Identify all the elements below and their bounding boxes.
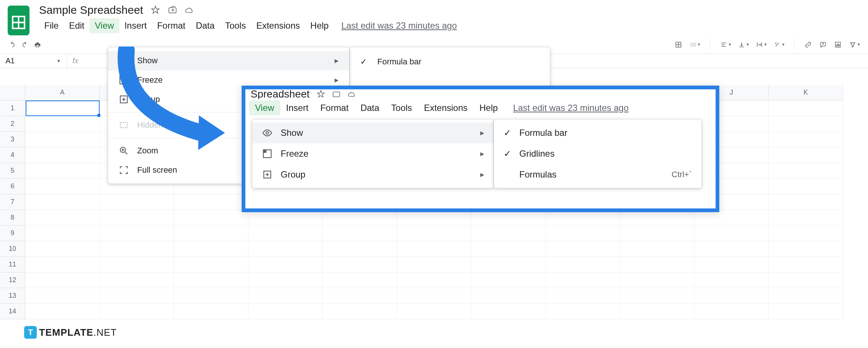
cell[interactable] — [100, 210, 174, 226]
cell[interactable] — [397, 304, 471, 319]
document-title[interactable]: Sample Spreadsheet — [39, 4, 143, 16]
cell[interactable] — [397, 226, 471, 241]
callout-submenu-formulas[interactable]: Formulas Ctrl+` — [494, 164, 701, 185]
cell[interactable] — [174, 226, 248, 241]
menu-item-show[interactable]: Show ▶ — [108, 51, 349, 70]
cell[interactable] — [694, 210, 769, 226]
cell[interactable] — [769, 179, 843, 194]
cell[interactable] — [323, 241, 397, 257]
cell[interactable] — [323, 257, 397, 272]
cell[interactable] — [25, 257, 100, 272]
wrap-icon[interactable] — [755, 40, 764, 50]
cell[interactable] — [25, 304, 100, 319]
cell[interactable] — [694, 241, 769, 257]
cell[interactable] — [769, 132, 843, 147]
cell[interactable] — [248, 272, 323, 288]
cell[interactable] — [25, 194, 100, 210]
cell[interactable] — [546, 304, 620, 319]
row-header[interactable]: 4 — [0, 147, 25, 163]
move-icon[interactable] — [332, 90, 341, 99]
filter-icon[interactable] — [848, 40, 858, 50]
last-edit-link[interactable]: Last edit was 23 minutes ago — [341, 20, 457, 31]
cell[interactable] — [174, 304, 248, 319]
cell[interactable] — [248, 210, 323, 226]
cell[interactable] — [100, 241, 174, 257]
cell[interactable] — [100, 304, 174, 319]
cell[interactable] — [694, 257, 769, 272]
cell[interactable] — [620, 241, 694, 257]
menu-edit[interactable]: Edit — [64, 18, 90, 33]
cell[interactable] — [471, 272, 546, 288]
row-header[interactable]: 11 — [0, 257, 25, 272]
menu-insert[interactable]: Insert — [119, 18, 152, 33]
col-header[interactable]: K — [769, 85, 843, 100]
valign-icon[interactable] — [737, 40, 746, 50]
cell[interactable] — [471, 288, 546, 304]
cell[interactable] — [546, 241, 620, 257]
cell[interactable] — [323, 210, 397, 226]
cloud-icon[interactable] — [348, 90, 356, 99]
cell[interactable] — [25, 147, 100, 163]
cell[interactable] — [25, 132, 100, 147]
cell[interactable] — [397, 272, 471, 288]
row-header[interactable]: 13 — [0, 288, 25, 304]
cell[interactable] — [471, 304, 546, 319]
cell[interactable] — [694, 226, 769, 241]
cell[interactable] — [323, 272, 397, 288]
menu-file[interactable]: File — [39, 18, 64, 33]
cell[interactable] — [174, 194, 248, 210]
cell[interactable] — [769, 210, 843, 226]
cell[interactable] — [174, 257, 248, 272]
sheets-logo-icon[interactable] — [7, 6, 30, 35]
cell[interactable] — [100, 288, 174, 304]
callout-menu-data[interactable]: Data — [355, 100, 385, 115]
borders-icon[interactable] — [674, 40, 683, 50]
cell[interactable] — [174, 272, 248, 288]
comment-icon[interactable] — [818, 40, 828, 50]
cell[interactable] — [100, 272, 174, 288]
row-header[interactable]: 9 — [0, 226, 25, 241]
callout-menu-extensions[interactable]: Extensions — [418, 100, 473, 115]
cell[interactable] — [25, 210, 100, 226]
cell[interactable] — [25, 241, 100, 257]
cell-reference-box[interactable]: A1 ▼ — [0, 54, 67, 68]
cell[interactable] — [174, 288, 248, 304]
row-header[interactable]: 8 — [0, 210, 25, 226]
menu-format[interactable]: Format — [152, 18, 191, 33]
link-icon[interactable] — [803, 40, 813, 50]
cell[interactable] — [620, 226, 694, 241]
print-icon[interactable] — [33, 40, 42, 50]
callout-menu-view[interactable]: View — [249, 100, 280, 115]
cell[interactable] — [323, 304, 397, 319]
row-header[interactable]: 3 — [0, 132, 25, 147]
cell[interactable] — [769, 194, 843, 210]
rotate-icon[interactable] — [772, 40, 782, 50]
cell[interactable] — [769, 147, 843, 163]
cell[interactable] — [397, 210, 471, 226]
cell[interactable] — [100, 226, 174, 241]
cell[interactable] — [25, 179, 100, 194]
cell[interactable] — [25, 163, 100, 179]
cell[interactable] — [769, 226, 843, 241]
cell[interactable] — [694, 288, 769, 304]
cell[interactable] — [620, 288, 694, 304]
cell[interactable] — [546, 272, 620, 288]
cloud-icon[interactable] — [185, 5, 194, 15]
menu-help[interactable]: Help — [305, 18, 334, 33]
row-header[interactable]: 2 — [0, 116, 25, 132]
menu-data[interactable]: Data — [191, 18, 220, 33]
cell[interactable] — [694, 272, 769, 288]
cell[interactable] — [694, 304, 769, 319]
cell[interactable] — [248, 226, 323, 241]
menu-tools[interactable]: Tools — [220, 18, 251, 33]
cell[interactable] — [100, 194, 174, 210]
cell[interactable] — [471, 241, 546, 257]
cell[interactable] — [174, 241, 248, 257]
merge-icon[interactable] — [688, 40, 698, 50]
cell[interactable] — [620, 272, 694, 288]
callout-menu-item-group[interactable]: Group ▶ — [252, 164, 493, 185]
cell[interactable] — [620, 210, 694, 226]
submenu-item-formula-bar[interactable]: ✓ Formula bar — [350, 52, 550, 71]
cell[interactable] — [25, 272, 100, 288]
cell[interactable] — [620, 304, 694, 319]
